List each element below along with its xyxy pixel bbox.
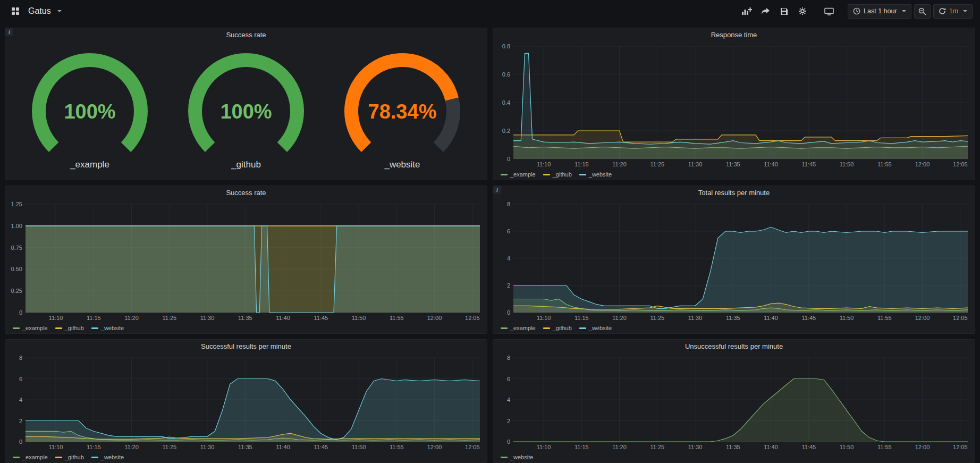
legend-item-_github[interactable]: _github	[55, 325, 84, 331]
legend-swatch-icon	[501, 327, 508, 329]
legend-item-_github[interactable]: _github	[543, 171, 572, 178]
svg-text:8: 8	[507, 355, 510, 361]
svg-text:2: 2	[507, 282, 510, 289]
panel-title[interactable]: Total results per minute	[493, 186, 975, 199]
legend-item-_example[interactable]: _example	[13, 454, 48, 460]
zoom-out-icon	[918, 7, 926, 15]
gauge-cell-_example: 100%_example	[26, 52, 154, 170]
dashboard-title-caret-icon[interactable]	[57, 10, 62, 12]
gauge-value: 100%	[64, 100, 115, 123]
apps-grid-icon[interactable]	[7, 4, 23, 18]
chart-legend: _example_github_website	[493, 169, 975, 180]
chart-legend: _example_github_website	[5, 323, 487, 333]
svg-text:11:20: 11:20	[612, 444, 627, 450]
svg-text:12:00: 12:00	[915, 444, 930, 450]
legend-item-_github[interactable]: _github	[55, 454, 84, 460]
dashboard-title[interactable]: Gatus	[28, 6, 51, 16]
svg-text:0.75: 0.75	[11, 245, 22, 251]
successful-results-chart[interactable]: 0246811:1011:1511:2011:2511:3011:3511:40…	[5, 353, 487, 452]
panel-title[interactable]: Success rate	[5, 186, 487, 199]
cycle-view-monitor-icon[interactable]	[821, 4, 837, 18]
refresh-icon	[939, 7, 946, 15]
svg-text:11:25: 11:25	[162, 444, 176, 450]
panel-response-time: Response time 00.20.40.60.811:1011:1511:…	[493, 28, 975, 180]
legend-item-_github[interactable]: _github	[543, 325, 572, 331]
svg-text:11:10: 11:10	[49, 315, 63, 321]
legend-item-_example[interactable]: _example	[501, 325, 536, 331]
svg-text:0.8: 0.8	[502, 43, 510, 49]
svg-text:11:30: 11:30	[200, 444, 215, 450]
svg-text:6: 6	[507, 376, 510, 382]
svg-text:12:00: 12:00	[427, 444, 442, 450]
zoom-out-button[interactable]	[914, 4, 931, 19]
svg-text:11:15: 11:15	[575, 444, 589, 450]
save-icon[interactable]	[776, 4, 792, 18]
svg-text:0: 0	[19, 439, 22, 445]
svg-text:12:05: 12:05	[953, 444, 968, 450]
gauge-cell-_github: 100%_github	[182, 52, 310, 170]
svg-text:11:15: 11:15	[87, 315, 101, 321]
chart-canvas: 0246811:1011:1511:2011:2511:3011:3511:40…	[5, 353, 487, 452]
legend-item-_website[interactable]: _website	[579, 325, 612, 331]
legend-item-_website[interactable]: _website	[91, 454, 124, 460]
svg-text:11:25: 11:25	[650, 444, 664, 450]
gauge-value: 100%	[220, 100, 272, 123]
chart-canvas: 00.20.40.60.811:1011:1511:2011:2511:3011…	[493, 41, 975, 169]
legend-item-_website[interactable]: _website	[501, 454, 533, 460]
unsuccessful-results-chart[interactable]: 0246811:1011:1511:2011:2511:3011:3511:40…	[493, 353, 975, 452]
legend-swatch-icon	[501, 457, 508, 458]
svg-text:11:40: 11:40	[764, 444, 778, 450]
svg-text:11:35: 11:35	[238, 444, 252, 450]
svg-text:6: 6	[507, 228, 510, 234]
legend-item-_website[interactable]: _website	[579, 171, 612, 178]
gauge-value: 78.34%	[368, 100, 437, 123]
settings-gear-icon[interactable]	[795, 4, 810, 18]
svg-text:12:05: 12:05	[465, 315, 480, 321]
legend-swatch-icon	[55, 457, 62, 458]
legend-swatch-icon	[13, 457, 20, 458]
svg-text:8: 8	[507, 201, 510, 207]
legend-label: _github	[65, 454, 84, 460]
gauge-label: _website	[384, 159, 420, 170]
svg-text:11:35: 11:35	[726, 161, 740, 167]
success-rate-chart[interactable]: 00.250.500.751.001.2511:1011:1511:2011:2…	[5, 199, 487, 323]
svg-text:11:50: 11:50	[840, 444, 854, 450]
legend-label: _website	[101, 454, 124, 460]
svg-text:11:55: 11:55	[390, 315, 404, 321]
svg-text:0.50: 0.50	[11, 266, 22, 272]
panel-title[interactable]: Success rate	[5, 28, 487, 41]
svg-text:0: 0	[507, 309, 510, 316]
legend-swatch-icon	[91, 327, 98, 329]
panel-info-icon[interactable]: i	[5, 28, 13, 36]
refresh-picker[interactable]: 1m	[933, 4, 973, 19]
share-icon[interactable]	[757, 4, 773, 18]
svg-text:11:30: 11:30	[688, 315, 703, 321]
legend-swatch-icon	[501, 174, 508, 175]
legend-label: _example	[510, 171, 536, 178]
svg-text:11:35: 11:35	[238, 315, 252, 321]
total-results-chart[interactable]: 0246811:1011:1511:2011:2511:3011:3511:40…	[493, 199, 975, 323]
time-range-caret-icon	[902, 10, 906, 12]
svg-text:11:45: 11:45	[314, 444, 328, 450]
svg-text:0: 0	[507, 156, 510, 162]
svg-text:11:20: 11:20	[612, 161, 627, 167]
panel-title[interactable]: Successful results per minute	[5, 340, 487, 353]
svg-text:12:05: 12:05	[953, 161, 968, 167]
add-panel-icon[interactable]	[739, 4, 755, 18]
panel-title[interactable]: Unsuccessful results per minute	[493, 340, 975, 353]
legend-label: _example	[22, 454, 48, 460]
legend-label: _example	[22, 325, 48, 331]
panel-title[interactable]: Response time	[493, 28, 975, 41]
svg-text:11:15: 11:15	[87, 444, 101, 450]
svg-text:4: 4	[19, 397, 22, 403]
legend-item-_example[interactable]: _example	[501, 171, 536, 178]
legend-item-_example[interactable]: _example	[13, 325, 48, 331]
svg-text:11:25: 11:25	[650, 161, 664, 167]
response-time-chart[interactable]: 00.20.40.60.811:1011:1511:2011:2511:3011…	[493, 41, 975, 169]
svg-text:11:45: 11:45	[801, 161, 816, 167]
panel-info-icon[interactable]: i	[493, 186, 501, 194]
legend-swatch-icon	[13, 327, 20, 329]
legend-item-_website[interactable]: _website	[91, 325, 124, 331]
svg-text:2: 2	[507, 418, 510, 424]
time-range-picker[interactable]: Last 1 hour	[848, 4, 911, 19]
